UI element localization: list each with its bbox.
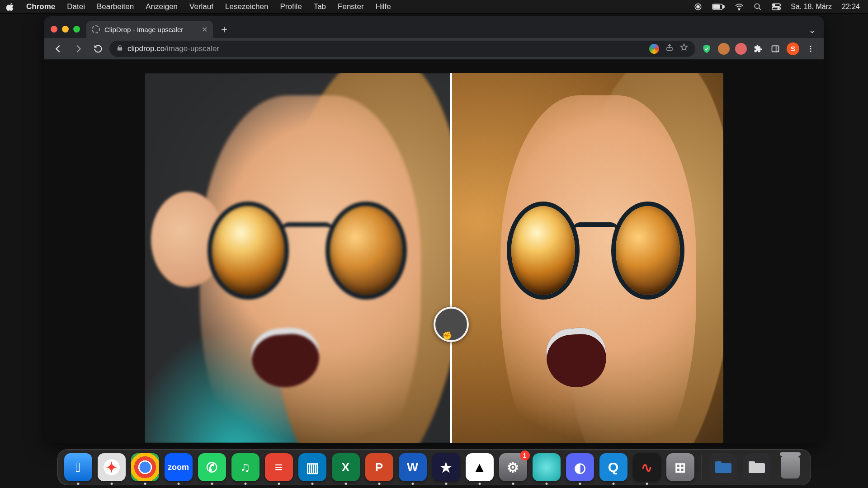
tab-title: ClipDrop - Image upscaler	[104, 26, 183, 33]
dock-app-chrome[interactable]	[131, 453, 159, 481]
svg-point-5	[739, 9, 740, 10]
dock-separator	[702, 455, 702, 480]
status-spotlight-icon[interactable]	[754, 3, 762, 11]
page-viewport: ✊	[44, 60, 824, 443]
extensions-row: S	[701, 42, 816, 55]
extensions-puzzle-icon[interactable]	[752, 43, 764, 55]
svg-point-15	[810, 50, 811, 52]
url-path: /image-upscaler	[165, 44, 219, 53]
chrome-tab-strip: ClipDrop - Image upscaler ✕ ＋ ⌄	[44, 16, 824, 38]
comparison-after-image	[451, 73, 723, 443]
svg-point-14	[810, 48, 811, 49]
nav-back-button[interactable]	[50, 40, 67, 57]
status-date[interactable]: Sa. 18. März	[791, 3, 832, 11]
window-controls	[51, 26, 80, 33]
dock-app-launchpad[interactable]: ⊞	[666, 453, 694, 481]
dock-app-safari[interactable]: ✦	[98, 453, 126, 481]
ext-adguard-icon[interactable]	[701, 43, 712, 55]
dock-app-settings[interactable]: ⚙1	[499, 453, 527, 481]
address-bar[interactable]: clipdrop.co/image-upscaler	[109, 41, 695, 57]
status-wifi-icon[interactable]	[735, 3, 744, 10]
dock-app-screenflow[interactable]	[533, 453, 561, 481]
dock-app-discord[interactable]: ◐	[566, 453, 594, 481]
chrome-window: ClipDrop - Image upscaler ✕ ＋ ⌄ clipdrop…	[44, 16, 824, 443]
macos-menu-bar: Chrome Datei Bearbeiten Anzeigen Verlauf…	[0, 0, 868, 14]
chrome-toolbar: clipdrop.co/image-upscaler S	[44, 38, 824, 60]
dock-inner: 􀎞✦zoom✆♫≡▥XPW★▲⚙1◐Q∿⊞	[57, 449, 811, 485]
window-close-button[interactable]	[51, 26, 57, 33]
dock-app-spotify[interactable]: ♫	[231, 453, 259, 481]
menu-tab[interactable]: Tab	[314, 2, 326, 11]
dock-app-excel[interactable]: X	[332, 453, 360, 481]
svg-rect-3	[723, 5, 724, 8]
menu-hilfe[interactable]: Hilfe	[376, 2, 391, 11]
comparison-before-image	[145, 73, 451, 443]
browser-tab[interactable]: ClipDrop - Image upscaler ✕	[86, 21, 213, 38]
status-time[interactable]: 22:24	[842, 3, 860, 11]
dock-app-voicememo[interactable]: ∿	[633, 453, 661, 481]
menu-fenster[interactable]: Fenster	[338, 2, 364, 11]
apple-icon[interactable]	[6, 3, 14, 11]
dock: 􀎞✦zoom✆♫≡▥XPW★▲⚙1◐Q∿⊞	[0, 450, 868, 488]
menu-datei[interactable]: Datei	[67, 2, 85, 11]
menu-lesezeichen[interactable]: Lesezeichen	[225, 2, 268, 11]
nav-forward-button[interactable]	[70, 40, 87, 57]
dock-trash[interactable]	[776, 453, 804, 481]
window-maximize-button[interactable]	[73, 26, 80, 33]
dock-app-todoist[interactable]: ≡	[265, 453, 293, 481]
svg-rect-19	[749, 461, 755, 465]
svg-rect-17	[715, 461, 722, 465]
svg-rect-4	[713, 5, 720, 9]
dock-app-quicktime[interactable]: Q	[599, 453, 627, 481]
tab-close-button[interactable]: ✕	[202, 25, 208, 34]
window-minimize-button[interactable]	[62, 26, 69, 33]
dock-folder-2[interactable]	[743, 453, 771, 481]
menu-verlauf[interactable]: Verlauf	[189, 2, 213, 11]
new-tab-button[interactable]: ＋	[217, 22, 232, 37]
google-translate-icon[interactable]	[649, 44, 659, 54]
svg-point-8	[774, 4, 775, 5]
ext-2-icon[interactable]	[718, 43, 730, 55]
comparison-divider	[450, 73, 452, 443]
tab-favicon-icon	[92, 25, 100, 33]
active-app-name[interactable]: Chrome	[26, 2, 55, 11]
cursor-grab-icon: ✊	[442, 331, 452, 341]
menu-bearbeiten[interactable]: Bearbeiten	[97, 2, 134, 11]
ext-3-icon[interactable]	[735, 43, 747, 55]
status-record-icon[interactable]	[694, 3, 702, 11]
dock-app-zoom[interactable]: zoom	[165, 453, 193, 481]
side-panel-icon[interactable]	[769, 43, 781, 55]
tab-list-chevron-icon[interactable]: ⌄	[809, 25, 816, 35]
chrome-menu-button[interactable]	[805, 43, 816, 55]
dock-app-ppt[interactable]: P	[365, 453, 393, 481]
svg-point-13	[810, 46, 811, 47]
dock-app-finder[interactable]: 􀎞	[64, 453, 92, 481]
nav-reload-button[interactable]	[90, 40, 107, 57]
menu-anzeigen[interactable]: Anzeigen	[146, 2, 178, 11]
svg-point-1	[697, 5, 699, 8]
dock-app-word[interactable]: W	[399, 453, 427, 481]
url-text: clipdrop.co/image-upscaler	[127, 44, 219, 53]
menu-profile[interactable]: Profile	[280, 2, 302, 11]
svg-point-6	[755, 4, 760, 9]
bookmark-star-icon[interactable]	[680, 43, 688, 54]
status-battery-icon[interactable]	[712, 4, 725, 10]
lock-icon	[117, 45, 123, 52]
dock-app-drive[interactable]: ▲	[466, 453, 494, 481]
profile-avatar[interactable]: S	[787, 42, 799, 55]
status-control-center-icon[interactable]	[772, 3, 781, 10]
url-host: clipdrop.co	[127, 44, 165, 53]
dock-app-imovie[interactable]: ★	[432, 453, 460, 481]
image-upscaler-comparison: ✊	[145, 73, 723, 443]
share-icon[interactable]	[665, 43, 674, 54]
svg-rect-12	[772, 46, 779, 52]
dock-folder-1[interactable]	[709, 453, 737, 481]
dock-badge: 1	[520, 450, 530, 460]
dock-app-whatsapp[interactable]: ✆	[198, 453, 226, 481]
svg-point-10	[778, 8, 779, 9]
dock-app-trello[interactable]: ▥	[298, 453, 326, 481]
